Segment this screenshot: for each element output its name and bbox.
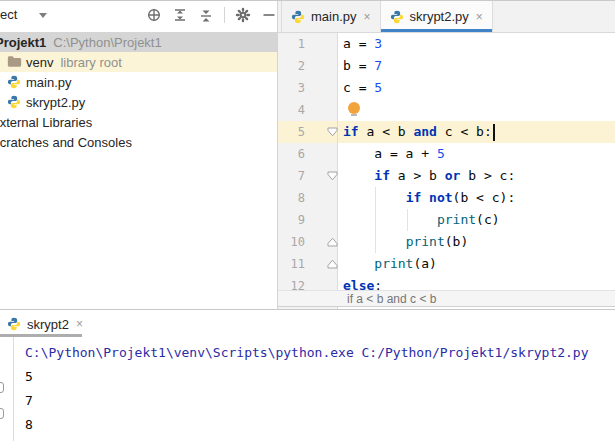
code-token — [421, 190, 429, 205]
keyword-token: and — [413, 124, 436, 139]
code-line-8: if not(b < c): — [343, 187, 515, 209]
tree-item-label: venv — [26, 55, 53, 70]
line-number: 4 — [278, 99, 305, 121]
code-token: b = — [343, 58, 374, 73]
run-tab-label: skrypt2 — [27, 317, 69, 332]
line-number: 10 — [278, 231, 305, 253]
tree-item-projekt1[interactable]: Projekt1C:\Python\Projekt1 — [0, 32, 277, 52]
close-icon[interactable]: × — [364, 11, 371, 23]
code-token — [343, 256, 374, 271]
python-icon — [7, 75, 22, 89]
code-token: (b < c): — [453, 190, 516, 205]
editor-tab-bar: main.py × skrypt2.py × — [278, 1, 615, 33]
line-number: 2 — [278, 55, 305, 77]
tree-item-scratches-and-consoles[interactable]: Scratches and Consoles — [0, 132, 277, 152]
tree-item-skrypt2-py[interactable]: skrypt2.py — [0, 92, 277, 112]
code-line-2: b = 7 — [343, 55, 382, 77]
tree-item-venv[interactable]: venvlibrary root — [0, 52, 277, 72]
folder-icon — [7, 55, 22, 69]
code-token: a < b — [359, 124, 414, 139]
python-icon — [291, 10, 305, 24]
code-token: b > c: — [460, 168, 515, 183]
tree-item-annotation: library root — [60, 55, 121, 70]
code-token — [343, 190, 406, 205]
code-token — [343, 212, 437, 227]
python-icon — [390, 10, 404, 24]
fold-marker-down[interactable] — [326, 165, 338, 187]
number-token: 5 — [374, 80, 382, 95]
intention-bulb-icon[interactable] — [348, 102, 361, 117]
line-number: 1 — [278, 33, 305, 55]
builtin-token: print — [374, 256, 413, 271]
close-icon[interactable]: × — [76, 318, 83, 330]
number-token: 7 — [374, 58, 382, 73]
line-number: 8 — [278, 187, 305, 209]
run-console[interactable]: C:\Python\Projekt1\venv\Scripts\python.e… — [13, 337, 615, 441]
fold-marker-down[interactable] — [326, 121, 338, 143]
code-line-7: if a > b or b > c: — [343, 165, 515, 187]
fold-marker-up[interactable] — [326, 253, 338, 275]
code-token: a = — [343, 36, 374, 51]
close-icon[interactable]: × — [476, 11, 483, 23]
code-token: a > b — [390, 168, 445, 183]
project-panel: Project Projekt1 — [0, 1, 278, 309]
builtin-token: print — [406, 234, 445, 249]
line-number: 11 — [278, 253, 305, 275]
clipped-toolbar-icon — [0, 408, 7, 420]
tree-item-label: skrypt2.py — [26, 95, 85, 110]
console-line-stdout: 5 — [25, 365, 615, 389]
code-line-10: print(b) — [343, 231, 468, 253]
code-token: c = — [343, 80, 374, 95]
python-icon — [7, 95, 22, 109]
tree-item-main-py[interactable]: main.py — [0, 72, 277, 92]
pycharm-window: Project Projekt1 — [0, 0, 615, 441]
tree-item-label: main.py — [26, 75, 72, 90]
code-line-5: if a < b and c < b: — [343, 121, 492, 143]
line-number: 9 — [278, 209, 305, 231]
tab-skrypt2-py[interactable]: skrypt2.py × — [381, 1, 493, 32]
tree-item-external-libraries[interactable]: External Libraries — [0, 112, 277, 132]
number-token: 5 — [437, 146, 445, 161]
code-token — [343, 234, 406, 249]
code-token: (c) — [476, 212, 499, 227]
text-cursor — [493, 124, 495, 141]
project-tree: Projekt1C:\Python\Projekt1venvlibrary ro… — [0, 1, 277, 309]
code-token — [343, 168, 374, 183]
run-tab-skrypt2[interactable]: skrypt2 × — [0, 312, 83, 336]
tab-main-py[interactable]: main.py × — [281, 1, 381, 32]
tab-label: skrypt2.py — [410, 9, 469, 24]
tree-item-annotation: C:\Python\Projekt1 — [53, 35, 161, 50]
code-token: (a) — [413, 256, 436, 271]
console-line-command: C:\Python\Projekt1\venv\Scripts\python.e… — [25, 341, 615, 365]
tree-item-label: Scratches and Consoles — [0, 135, 132, 150]
tab-label: main.py — [311, 9, 357, 24]
code-line-9: print(c) — [343, 209, 500, 231]
tree-item-label: External Libraries — [0, 115, 92, 130]
line-number: 7 — [278, 165, 305, 187]
context-info-text: if a < b and c < b — [347, 292, 436, 306]
line-number: 5 — [278, 121, 305, 143]
code-line-6: a = a + 5 — [343, 143, 445, 165]
console-line-stdout: 8 — [25, 413, 615, 437]
keyword-token: if — [406, 190, 422, 205]
keyword-token: or — [445, 168, 461, 183]
code-line-1: a = 3 — [343, 33, 382, 55]
line-number: 3 — [278, 77, 305, 99]
number-token: 3 — [374, 36, 382, 51]
line-number: 6 — [278, 143, 305, 165]
code-token: (b) — [445, 234, 468, 249]
run-panel: skrypt2 × C:\Python\Projekt1\venv\Script… — [0, 309, 615, 441]
code-token: c < b: — [437, 124, 492, 139]
editor: main.py × skrypt2.py × 1a = 32b = 73c = … — [278, 1, 615, 309]
keyword-token: if — [343, 124, 359, 139]
console-line-stdout: 7 — [25, 389, 615, 413]
fold-marker-up[interactable] — [326, 231, 338, 253]
active-tab-indicator — [381, 29, 492, 32]
keyword-token: if — [374, 168, 390, 183]
code-token: a = a + — [343, 146, 437, 161]
code-line-3: c = 5 — [343, 77, 382, 99]
keyword-token: not — [429, 190, 452, 205]
code-line-11: print(a) — [343, 253, 437, 275]
clipped-toolbar-icon — [0, 382, 7, 394]
tree-item-label: Projekt1 — [0, 35, 46, 50]
